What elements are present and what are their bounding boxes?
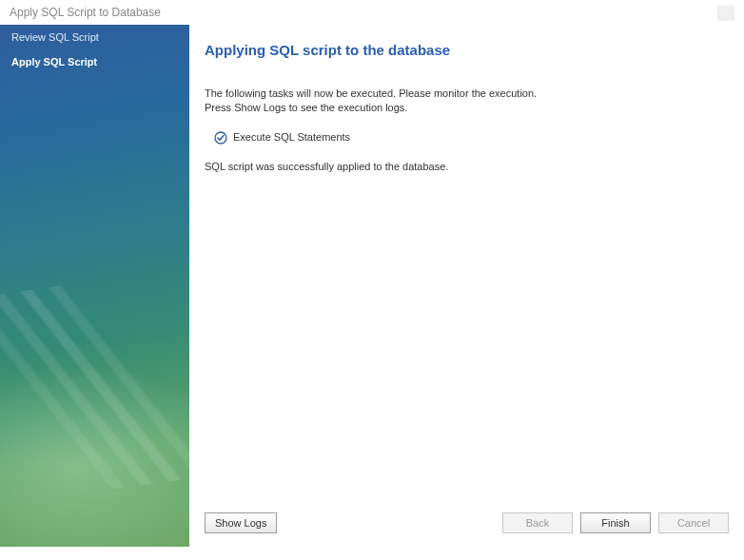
main-panel: Applying SQL script to the database The …: [189, 25, 744, 547]
cancel-button: Cancel: [658, 512, 729, 533]
show-logs-button[interactable]: Show Logs: [205, 512, 277, 533]
window-title: Apply SQL Script to Database: [10, 6, 161, 19]
finish-button[interactable]: Finish: [580, 512, 651, 533]
back-button: Back: [502, 512, 573, 533]
result-text: SQL script was successfully applied to t…: [205, 160, 729, 174]
step-review-sql-script: Review SQL Script: [0, 25, 189, 49]
page-heading: Applying SQL script to the database: [205, 42, 729, 58]
task-row: Execute SQL Statements: [214, 130, 729, 145]
intro-text-line2: Press Show Logs to see the execution log…: [205, 101, 729, 115]
close-window-button[interactable]: [717, 6, 734, 21]
check-complete-icon: [214, 131, 227, 145]
task-label: Execute SQL Statements: [233, 130, 350, 145]
intro-text-line1: The following tasks will now be executed…: [205, 87, 729, 101]
wizard-sidebar: Review SQL Script Apply SQL Script: [0, 25, 189, 547]
step-apply-sql-script: Apply SQL Script: [0, 49, 189, 74]
